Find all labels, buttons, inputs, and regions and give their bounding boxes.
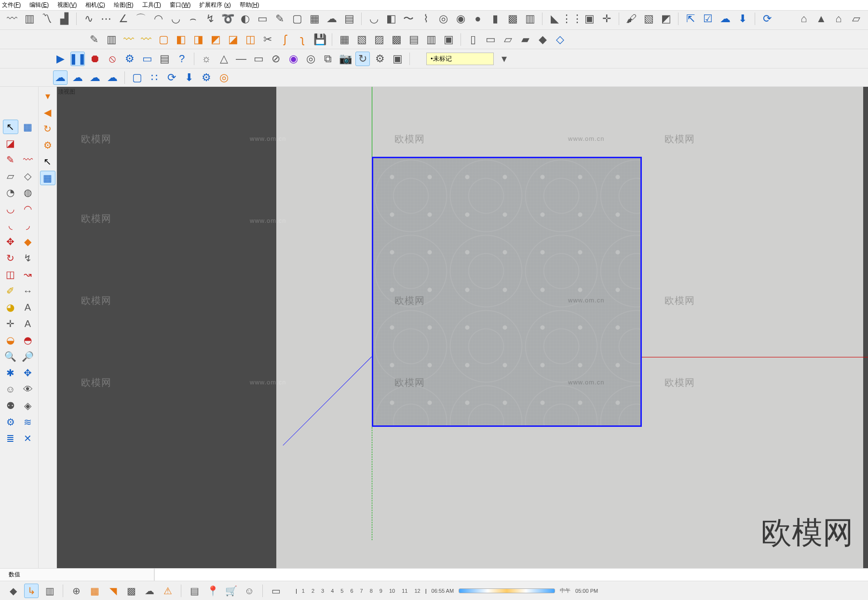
bb-user-icon[interactable]: ☺ (242, 584, 257, 598)
tb1-tilde-icon[interactable]: 〜 (401, 12, 416, 26)
menu-edit[interactable]: 编辑(E) (29, 1, 49, 9)
lt-3dtext-icon[interactable]: А (20, 316, 36, 331)
lt-arc4-icon[interactable]: ◞ (20, 218, 36, 232)
material-plane[interactable] (372, 157, 642, 427)
tb4-gear2-icon[interactable]: ⚙ (199, 70, 214, 85)
tb2-c4-icon[interactable]: ◪ (226, 32, 240, 47)
mt-select-icon[interactable]: ↖ (40, 154, 55, 169)
tb1-disc-icon[interactable]: ● (471, 12, 485, 26)
tb2-s1-icon[interactable]: ʅ (295, 32, 310, 47)
bb-rss-icon[interactable]: ◥ (106, 584, 120, 598)
bb-1-icon[interactable]: ◆ (6, 584, 20, 598)
tb3-plugin-icon[interactable]: ⚙ (373, 52, 387, 66)
tb1-cloud-dn-icon[interactable]: ⬇ (735, 12, 750, 26)
tb2-layer1-icon[interactable]: ▦ (337, 32, 352, 47)
tb4-refresh-icon[interactable]: ⟳ (164, 70, 179, 85)
tb1-sync-icon[interactable]: ⟳ (760, 12, 774, 26)
lt-look-icon[interactable]: 👁 (20, 382, 36, 396)
tb1-mirror-icon[interactable]: ◣ (547, 12, 562, 26)
menu-extensions[interactable]: 扩展程序 (x) (199, 1, 231, 9)
tb2-stack2-icon[interactable]: ▰ (518, 32, 532, 47)
bb-warn-icon[interactable]: ⚠ (161, 584, 175, 598)
tb1-arc3-icon[interactable]: ◡ (366, 12, 381, 26)
tag-dropdown-icon[interactable]: ▾ (497, 52, 511, 66)
tb1-freehand-icon[interactable]: ✎ (272, 12, 287, 26)
tb2-hook-icon[interactable]: ʃ (278, 32, 292, 47)
tb1-bulge-icon[interactable]: ◉ (453, 12, 468, 26)
tb4-sel-icon[interactable]: ▢ (130, 70, 144, 85)
tb1-cloud-out-icon[interactable]: ⇱ (683, 12, 698, 26)
tb1-arc-icon[interactable]: ⌒ (134, 12, 148, 26)
tb2-layer4-icon[interactable]: ▩ (389, 32, 404, 47)
tb1-scene-icon[interactable]: ▧ (641, 12, 656, 26)
bb-cloud-icon[interactable]: ☁ (142, 584, 157, 598)
lt-push-icon[interactable]: ◆ (20, 234, 36, 249)
lt-section-icon[interactable]: ◈ (20, 398, 36, 413)
lt-stand-icon[interactable]: ☺ (3, 382, 18, 396)
tb3-history-icon[interactable]: ↻ (355, 52, 370, 66)
lt-zoomout-icon[interactable]: 🔎 (20, 349, 36, 364)
lt-rect-icon[interactable]: ▱ (3, 169, 18, 183)
tb1-sweep-icon[interactable]: 〰 (5, 12, 19, 26)
viewport[interactable]: 顶视图 欧模网 www.om.cn 欧模网 欧模网 www.om.c (57, 87, 868, 568)
lt-ring-icon[interactable]: ◍ (20, 185, 36, 200)
bb-2-icon[interactable]: ↳ (24, 584, 39, 598)
tb1-spiral-icon[interactable]: ➰ (220, 12, 235, 26)
menu-view[interactable]: 视图(V) (57, 1, 77, 9)
tb2-open-icon[interactable]: ▭ (483, 32, 498, 47)
lt-tape-icon[interactable]: ✐ (3, 284, 18, 298)
tb1-house1-icon[interactable]: ⌂ (797, 12, 811, 26)
lt-eraser-icon[interactable]: ◪ (3, 136, 18, 150)
bb-3-icon[interactable]: ▥ (42, 584, 57, 598)
lt-wave-icon[interactable]: ≋ (20, 415, 36, 429)
lt-offset-icon[interactable]: ↝ (20, 267, 36, 282)
time-ruler[interactable]: | 12 34 56 78 910 1112 | 06:55 AM 中午 05:… (296, 587, 598, 594)
tb1-curve-icon[interactable]: ∿ (81, 12, 96, 26)
lt-layers-icon[interactable]: ≣ (3, 431, 18, 446)
tb3-pod-icon[interactable]: ◉ (286, 52, 300, 66)
tb1-segments-icon[interactable]: ⋯ (99, 12, 113, 26)
tb1-house2-icon[interactable]: ▲ (814, 12, 828, 26)
tb3-cube-icon[interactable]: ▣ (390, 52, 405, 66)
tb1-soften-icon[interactable]: ☁ (325, 12, 339, 26)
tb4-cloud2-icon[interactable]: ☁ (70, 70, 85, 85)
lt-walk-icon[interactable]: ⚉ (3, 398, 18, 413)
tb1-stripes-icon[interactable]: ▮ (488, 12, 502, 26)
tb4-cloud3-icon[interactable]: ☁ (88, 70, 102, 85)
tb1-column-icon[interactable]: ▥ (22, 12, 37, 26)
tb1-bars-icon[interactable]: ▥ (523, 12, 537, 26)
tb1-loop-icon[interactable]: ↯ (203, 12, 217, 26)
mt-2-icon[interactable]: ◀ (40, 105, 55, 120)
tb2-pen-icon[interactable]: ✎ (87, 32, 101, 47)
lt-move-icon[interactable]: ✥ (3, 234, 18, 249)
tb1-window-icon[interactable]: ▢ (290, 12, 304, 26)
tb3-stop-icon[interactable]: ⦸ (105, 52, 120, 66)
tb3-cone-icon[interactable]: △ (217, 52, 231, 66)
tb1-house4-icon[interactable]: ▱ (849, 12, 863, 26)
tb2-stack4-icon[interactable]: ◇ (553, 32, 567, 47)
bb-door-icon[interactable]: ▤ (187, 584, 202, 598)
tb3-help-icon[interactable]: ? (175, 52, 189, 66)
lt-rotrect-icon[interactable]: ◇ (20, 169, 36, 183)
tb2-c3-icon[interactable]: ◩ (208, 32, 223, 47)
tb1-wall-icon[interactable]: ▭ (255, 12, 270, 26)
mt-1-icon[interactable]: ▾ (40, 89, 55, 103)
tb1-house3-icon[interactable]: ⌂ (831, 12, 846, 26)
menu-tools[interactable]: 工具(T) (142, 1, 161, 9)
tb3-hide-icon[interactable]: ⊘ (269, 52, 283, 66)
menu-draw[interactable]: 绘图(R) (114, 1, 134, 9)
tb2-layer7-icon[interactable]: ▣ (441, 32, 456, 47)
tb1-hatch-icon[interactable]: ▩ (505, 12, 520, 26)
tb3-clip-icon[interactable]: ▭ (140, 52, 154, 66)
tb3-frames-icon[interactable]: ▤ (157, 52, 172, 66)
tb1-check-box-icon[interactable]: ☑ (701, 12, 715, 26)
tb2-cut-icon[interactable]: ✂ (260, 32, 275, 47)
tb3-sun-icon[interactable]: ☼ (199, 52, 214, 66)
tb3-rect-icon[interactable]: ▭ (251, 52, 266, 66)
tb2-stack3-icon[interactable]: ◆ (535, 32, 550, 47)
tb1-bridge-icon[interactable]: ⌢ (186, 12, 200, 26)
tb1-camera-icon[interactable]: ◩ (659, 12, 673, 26)
mt-4-icon[interactable]: ⚙ (40, 138, 55, 152)
lt-arc2-icon[interactable]: ◠ (20, 202, 36, 216)
lt-pencil-icon[interactable]: ✎ (3, 152, 18, 167)
